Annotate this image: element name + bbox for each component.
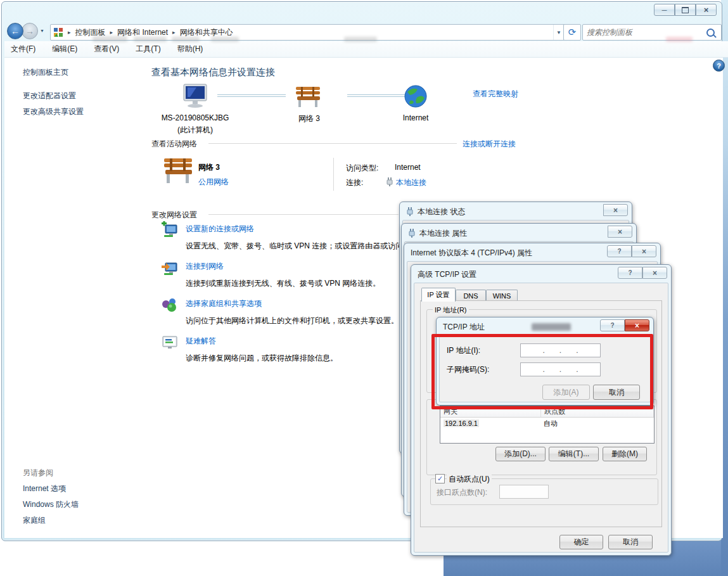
network-location-icon [53, 27, 63, 37]
maximize-icon [682, 7, 689, 13]
change-settings-header: 更改网络设置 [151, 210, 197, 221]
menu-file[interactable]: 文件(F) [11, 44, 35, 54]
ok-button[interactable]: 确定 [559, 535, 603, 549]
refresh-icon: ⟳ [568, 27, 577, 38]
divider [333, 158, 334, 191]
close-button[interactable]: × [632, 245, 656, 257]
help-icon: ? [717, 62, 721, 70]
address-dropdown[interactable]: ▼ [553, 25, 564, 40]
help-icon: ? [610, 322, 614, 329]
advanced-tcpip-dialog: 高级 TCP/IP 设置 ? × IP 设置 DNS WINS IP 地址(R)… [411, 264, 672, 556]
menu-tools[interactable]: 工具(T) [136, 44, 160, 54]
breadcrumb: ▸ 控制面板 ▸ 网络和 Internet ▸ 网络和共享中心 ▼ [50, 24, 567, 41]
gateway-list[interactable]: 网关 跃点数 192.16.9.1 自动 [440, 406, 655, 444]
metric-value: 自动 [540, 419, 654, 428]
sidebar-item-homegroup[interactable]: 家庭组 [23, 515, 46, 526]
interface-metric-input[interactable] [499, 485, 549, 499]
menu-help[interactable]: 帮助(H) [177, 44, 203, 54]
close-button[interactable]: × [608, 226, 632, 238]
button-label: 添加(D)... [504, 449, 537, 459]
back-icon: ← [11, 26, 20, 36]
help-button[interactable]: ? [713, 60, 725, 72]
watermark-smudge [666, 37, 693, 42]
watermark-smudge [532, 323, 571, 331]
search-box [582, 24, 722, 41]
setup-new-connection-link[interactable]: 设置新的连接或网络 [186, 224, 254, 234]
close-button[interactable]: × [642, 267, 667, 279]
check-icon: ✓ [437, 475, 443, 483]
search-input[interactable] [583, 28, 706, 37]
gateway-row[interactable]: 192.16.9.1 自动 [440, 418, 654, 429]
internet-globe-icon [404, 84, 428, 108]
gateway-add-button[interactable]: 添加(D)... [495, 447, 546, 461]
map-network-label: 网络 3 [284, 113, 335, 124]
gateway-edit-button[interactable]: 编辑(T)... [549, 447, 599, 461]
button-label: 编辑(T)... [558, 449, 589, 459]
network-bench-icon [293, 86, 322, 108]
close-button[interactable]: × [625, 319, 649, 331]
forward-button[interactable]: → [22, 23, 38, 39]
search-icon [706, 29, 715, 37]
sidebar-item-change-adapter-settings[interactable]: 更改适配器设置 [23, 91, 76, 101]
close-icon: × [635, 321, 639, 330]
sidebar-item-control-panel-home[interactable]: 控制面板主页 [23, 67, 68, 78]
close-button[interactable]: × [603, 204, 628, 216]
troubleshoot-icon [160, 334, 179, 352]
maximize-button[interactable] [675, 4, 696, 16]
connect-to-network-link[interactable]: 连接到网络 [186, 261, 224, 272]
help-button[interactable]: ? [600, 319, 625, 331]
help-icon: ? [628, 269, 632, 276]
menu-bar: 文件(F) 编辑(E) 查看(V) 工具(T) 帮助(H) [4, 41, 728, 58]
close-icon: × [704, 5, 709, 15]
breadcrumb-separator-icon: ▸ [66, 29, 73, 35]
map-internet-label: Internet [390, 113, 441, 122]
minimize-icon: — [662, 7, 667, 13]
close-icon: × [613, 206, 618, 215]
connection-plug-icon [406, 207, 414, 216]
new-connection-icon [160, 221, 179, 239]
public-network-link[interactable]: 公用网络 [198, 177, 229, 188]
connection-plug-icon [408, 228, 416, 238]
computer-name-label: MS-20190805KJBG [154, 113, 236, 122]
breadcrumb-network-sharing[interactable]: 网络和共享中心 [180, 27, 233, 38]
cancel-button[interactable]: 取消 [608, 535, 653, 549]
dialog-title: 本地连接 状态 [418, 207, 465, 217]
close-icon: × [653, 269, 657, 278]
connect-disconnect-link[interactable]: 连接或断开连接 [463, 139, 516, 150]
dialog-title: 本地连接 属性 [419, 228, 467, 239]
auto-metric-checkbox[interactable]: ✓ [435, 474, 445, 483]
gateway-remove-button[interactable]: 删除(M) [603, 447, 647, 461]
connections-label: 连接: [346, 177, 363, 188]
access-type-label: 访问类型: [346, 163, 378, 174]
sidebar-item-change-sharing-settings[interactable]: 更改高级共享设置 [23, 106, 84, 117]
troubleshoot-link[interactable]: 疑难解答 [186, 336, 216, 347]
help-button[interactable]: ? [607, 245, 632, 257]
button-label: 确定 [574, 537, 589, 547]
sidebar-item-internet-options[interactable]: Internet 选项 [23, 483, 66, 494]
section-rule [208, 143, 457, 144]
back-button[interactable]: ← [7, 23, 23, 39]
tab-ip-settings[interactable]: IP 设置 [421, 288, 456, 302]
refresh-button[interactable]: ⟳ [563, 24, 581, 41]
computer-sub-label: (此计算机) [154, 125, 236, 136]
minimize-button[interactable]: — [654, 4, 675, 16]
close-icon: × [642, 247, 646, 256]
button-label: 删除(M) [611, 449, 638, 459]
page-title: 查看基本网络信息并设置连接 [151, 67, 275, 79]
dialog-title: TCP/IP 地址 [443, 322, 485, 333]
breadcrumb-separator-icon: ▸ [170, 29, 177, 35]
chevron-down-icon: ▼ [40, 29, 44, 33]
homegroup-sharing-link[interactable]: 选择家庭组和共享选项 [186, 298, 262, 309]
watermark-smudge [211, 37, 239, 42]
close-button[interactable]: × [696, 4, 717, 16]
computer-icon [181, 83, 210, 108]
help-button[interactable]: ? [618, 267, 642, 279]
active-networks-header: 查看活动网络 [151, 139, 197, 150]
sidebar-item-windows-firewall[interactable]: Windows 防火墙 [23, 499, 79, 510]
connect-to-network-icon [160, 259, 179, 277]
menu-edit[interactable]: 编辑(E) [52, 44, 77, 54]
recent-pages-dropdown[interactable]: ▼ [40, 29, 44, 33]
menu-view[interactable]: 查看(V) [94, 44, 119, 54]
view-full-map-link[interactable]: 查看完整映射 [473, 89, 518, 99]
local-connection-link[interactable]: 本地连接 [396, 177, 426, 188]
